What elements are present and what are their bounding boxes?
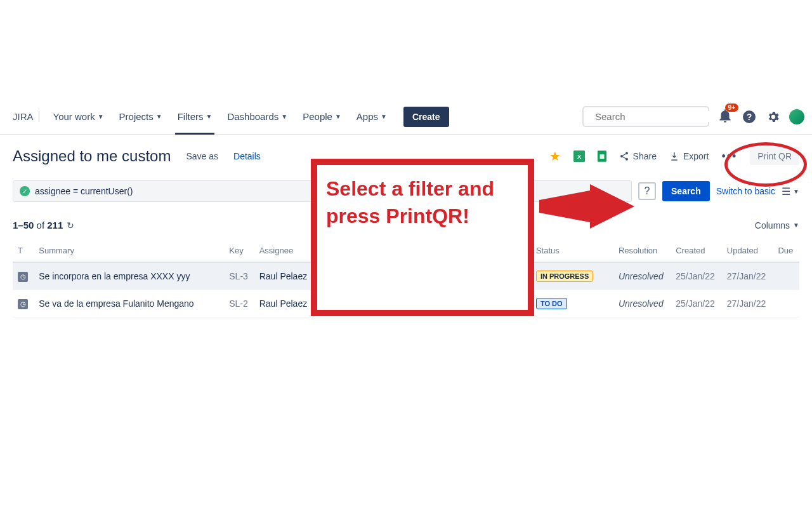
search-button[interactable]: Search xyxy=(662,181,710,201)
chevron-down-icon: ▼ xyxy=(156,113,162,120)
check-icon: ✓ xyxy=(20,186,30,196)
columns-button[interactable]: Columns▼ xyxy=(755,220,799,231)
nav-dashboards[interactable]: Dashboards▼ xyxy=(221,107,294,126)
user-avatar[interactable] xyxy=(789,109,804,124)
printqr-button[interactable]: Print QR xyxy=(750,147,799,165)
col-type[interactable]: T xyxy=(13,239,34,262)
topbar-right: 9+ ? xyxy=(582,106,804,127)
nav-filters[interactable]: Filters▼ xyxy=(171,107,219,126)
share-icon xyxy=(619,151,629,161)
refresh-icon[interactable]: ↻ xyxy=(67,220,74,231)
cell-updated: 27/Jan/22 xyxy=(722,262,773,290)
annotation-text: Select a filter and press PrintQR! xyxy=(326,175,519,230)
app-logo: JIRA xyxy=(8,111,39,122)
col-key[interactable]: Key xyxy=(224,239,254,262)
topbar: JIRA Your work▼ Projects▼ Filters▼ Dashb… xyxy=(0,99,812,135)
cell-created: 25/Jan/22 xyxy=(671,290,722,318)
help-icon: ? xyxy=(742,109,757,124)
cell-resolution: Unresolved xyxy=(613,262,671,290)
title-actions: ★ X Share Export ••• Print QR xyxy=(549,147,799,165)
settings-button[interactable] xyxy=(765,109,782,125)
list-view-toggle[interactable]: ☰ ▼ xyxy=(782,185,799,197)
result-count: 1–50 of 211↻ xyxy=(13,220,74,231)
page-title: Assigned to me custom xyxy=(13,147,171,165)
col-created[interactable]: Created xyxy=(671,239,722,262)
status-badge: TO DO xyxy=(536,298,567,309)
create-button[interactable]: Create xyxy=(403,107,449,127)
export-button[interactable]: Export xyxy=(669,151,709,161)
svg-text:?: ? xyxy=(747,112,752,122)
cell-assignee: Raul Pelaez xyxy=(254,262,315,290)
status-badge: IN PROGRESS xyxy=(536,271,593,282)
col-status[interactable]: Status xyxy=(531,239,613,262)
cell-key[interactable]: SL-3 xyxy=(224,262,254,290)
svg-point-8 xyxy=(625,158,628,161)
issue-type-icon: ◷ xyxy=(18,299,28,309)
issue-type-icon: ◷ xyxy=(18,272,28,282)
notifications-button[interactable]: 9+ xyxy=(717,107,733,126)
gear-icon xyxy=(766,110,780,124)
cell-key[interactable]: SL-2 xyxy=(224,290,254,318)
annotation-callout: Select a filter and press PrintQR! xyxy=(311,159,534,316)
sheets-icon[interactable] xyxy=(598,150,606,162)
help-button[interactable]: ? xyxy=(741,109,757,125)
chevron-down-icon: ▼ xyxy=(281,113,287,120)
cell-due xyxy=(773,290,799,318)
cell-status: IN PROGRESS xyxy=(531,262,613,290)
jql-help-button[interactable]: ? xyxy=(638,182,656,200)
share-button[interactable]: Share xyxy=(619,151,657,161)
svg-point-7 xyxy=(620,155,623,157)
svg-point-6 xyxy=(625,152,628,154)
nav-projects[interactable]: Projects▼ xyxy=(113,107,169,126)
switch-to-basic-link[interactable]: Switch to basic xyxy=(716,186,775,196)
global-search-input[interactable] xyxy=(595,111,716,122)
global-search[interactable] xyxy=(582,106,709,127)
col-updated[interactable]: Updated xyxy=(722,239,773,262)
cell-assignee: Raul Pelaez xyxy=(254,290,315,318)
cell-summary: Se va de la empresa Fulanito Mengano xyxy=(34,290,224,318)
jql-text: assignee = currentUser() xyxy=(35,186,133,196)
nav-people[interactable]: People▼ xyxy=(296,107,348,126)
more-actions-button[interactable]: ••• xyxy=(721,150,737,163)
cell-updated: 27/Jan/22 xyxy=(722,290,773,318)
star-icon[interactable]: ★ xyxy=(549,149,561,164)
nav-your-work[interactable]: Your work▼ xyxy=(47,107,110,126)
col-resolution[interactable]: Resolution xyxy=(613,239,671,262)
chevron-down-icon: ▼ xyxy=(98,113,104,120)
nav-apps[interactable]: Apps▼ xyxy=(350,107,393,126)
chevron-down-icon: ▼ xyxy=(381,113,387,120)
details-link[interactable]: Details xyxy=(233,151,261,161)
excel-icon[interactable]: X xyxy=(573,150,585,162)
chevron-down-icon: ▼ xyxy=(335,113,341,120)
cell-summary: Se incorpora en la empresa XXXX yyy xyxy=(34,262,224,290)
svg-text:X: X xyxy=(577,154,581,160)
save-as-link[interactable]: Save as xyxy=(186,151,218,161)
col-assignee[interactable]: Assignee xyxy=(254,239,315,262)
svg-rect-5 xyxy=(599,154,604,159)
col-due[interactable]: Due xyxy=(773,239,799,262)
cell-due xyxy=(773,262,799,290)
cell-resolution: Unresolved xyxy=(613,290,671,318)
export-icon xyxy=(669,151,679,161)
svg-marker-9 xyxy=(539,184,634,229)
cell-created: 25/Jan/22 xyxy=(671,262,722,290)
annotation-arrow xyxy=(539,184,634,241)
col-summary[interactable]: Summary xyxy=(34,239,224,262)
notification-badge: 9+ xyxy=(725,104,738,112)
topbar-left: JIRA Your work▼ Projects▼ Filters▼ Dashb… xyxy=(8,107,449,127)
chevron-down-icon: ▼ xyxy=(206,113,213,120)
cell-status: TO DO xyxy=(531,290,613,318)
